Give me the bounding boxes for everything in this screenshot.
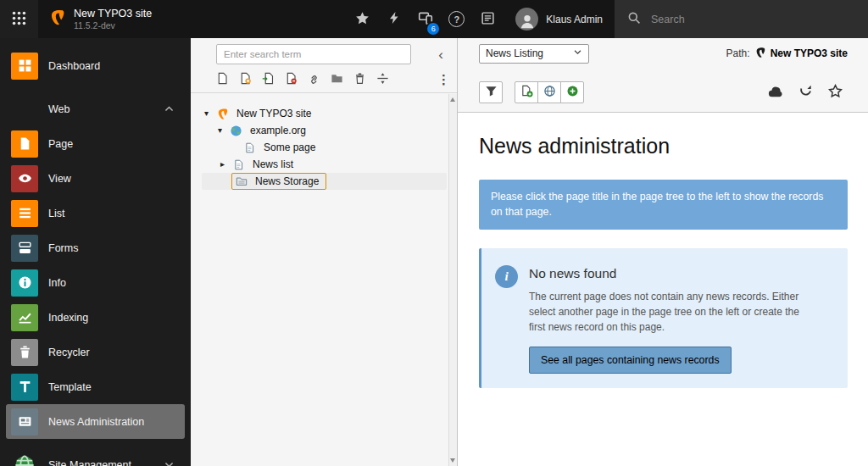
opened-documents-button[interactable]: 6 (409, 0, 441, 38)
selected-node-box[interactable]: News Storage (231, 173, 326, 190)
avatar (515, 8, 538, 31)
breadcrumb: Path: New TYPO3 site (726, 47, 848, 61)
scroll-down-icon[interactable] (450, 458, 455, 463)
info-message-box: Please click the page title in the page … (479, 180, 848, 230)
page-tree: ▾ New TYPO3 site ▾ example.org Some page… (191, 93, 457, 190)
view-mode-select[interactable]: News Listing (479, 44, 589, 64)
chevron-down-icon (164, 459, 180, 466)
page-icon (242, 141, 256, 154)
news-administration-module: News Listing Path: New TYPO3 site (458, 38, 868, 466)
page-module-icon (11, 130, 38, 158)
info-module-icon (11, 269, 38, 297)
bolt-icon (387, 11, 401, 27)
collapse-panel-button[interactable]: ‹ (431, 47, 450, 62)
sidebar-item-label: View (48, 173, 71, 185)
create-buttons-group (515, 81, 584, 103)
tree-node-some-page[interactable]: Some page (191, 139, 457, 156)
collapse-levels-button[interactable] (376, 72, 389, 87)
sidebar-item-recycler[interactable]: Recycler (6, 335, 185, 369)
tree-more-options-button[interactable]: ⋮ (437, 72, 450, 87)
indexing-module-icon (11, 304, 38, 331)
bookmark-button[interactable] (822, 81, 848, 103)
page-icon (231, 158, 245, 171)
tree-node-label[interactable]: News Storage (252, 175, 322, 188)
chevron-down-icon (573, 47, 582, 59)
new-page-alt-button[interactable] (239, 72, 252, 87)
list-module-icon (11, 200, 38, 227)
caret-down-icon[interactable]: ▾ (204, 109, 215, 118)
scroll-up-icon[interactable] (450, 97, 455, 102)
folder-icon (331, 72, 343, 87)
sidebar-item-info[interactable]: Info (6, 265, 185, 300)
reload-button[interactable] (793, 81, 818, 103)
search-input[interactable] (649, 13, 831, 26)
new-page-icon (216, 72, 229, 87)
clear-cache-page-button[interactable] (763, 81, 788, 103)
sidebar-item-template[interactable]: Template (6, 369, 185, 404)
sidebar-item-indexing[interactable]: Indexing (6, 300, 185, 335)
sidebar-section-label: Web (48, 103, 70, 115)
user-menu-button[interactable]: Klaus Admin (504, 0, 615, 38)
new-record-button[interactable] (515, 81, 538, 103)
no-news-callout: i No news found The current page does no… (479, 248, 848, 388)
topbar-spacer (162, 0, 347, 38)
folder-icon (235, 175, 248, 188)
folder-button[interactable] (331, 72, 343, 87)
tree-node-label[interactable]: Some page (260, 141, 319, 154)
page-tree-panel: ‹ (191, 38, 458, 466)
link-button[interactable] (308, 72, 320, 87)
tree-search-input[interactable] (216, 44, 411, 64)
tree-scrollbar[interactable] (448, 94, 457, 466)
new-page-button[interactable] (216, 72, 229, 87)
tree-node-news-list[interactable]: ▸ News list (191, 156, 457, 173)
tree-node-root[interactable]: ▾ New TYPO3 site (191, 105, 457, 122)
callout-text: The current page does not contain any ne… (529, 289, 810, 335)
tree-node-label[interactable]: example.org (247, 124, 309, 137)
modulemenu-toggle-button[interactable] (0, 0, 38, 38)
tree-node-news-storage[interactable]: News Storage (202, 173, 447, 190)
typo3-logo-icon (215, 107, 229, 120)
forms-module-icon (11, 235, 38, 262)
tree-node-label[interactable]: News list (249, 158, 297, 171)
more-options-icon: ⋮ (437, 72, 450, 87)
sidebar-item-view[interactable]: View (6, 161, 185, 196)
paste-page-button[interactable] (262, 72, 275, 87)
caret-down-icon[interactable]: ▾ (218, 126, 229, 135)
bookmark-star-icon (828, 84, 843, 101)
sidebar-item-dashboard[interactable]: Dashboard (6, 48, 185, 83)
log-icon (481, 11, 495, 28)
sidebar-item-label: Template (48, 381, 92, 393)
sidebar-item-news-administration[interactable]: News Administration (6, 404, 185, 439)
info-icon: i (495, 265, 518, 288)
new-record-icon (520, 85, 533, 100)
trash-button[interactable] (353, 72, 366, 87)
collapse-levels-icon (376, 72, 389, 87)
see-all-pages-button[interactable]: See all pages containing news records (529, 347, 732, 374)
sidebar-section-site-management[interactable]: Site Management (6, 447, 185, 466)
clear-cache-button[interactable] (378, 0, 409, 38)
tree-node-label[interactable]: New TYPO3 site (233, 107, 314, 120)
filter-button[interactable] (479, 81, 503, 103)
sidebar-item-label: Recycler (48, 347, 90, 358)
paste-page-icon (262, 72, 275, 87)
translation-button[interactable] (537, 81, 561, 103)
add-button[interactable] (560, 81, 584, 103)
delete-page-button[interactable] (285, 72, 298, 87)
new-page-alt-icon (239, 72, 252, 87)
help-button[interactable]: ? (441, 0, 472, 38)
system-information-button[interactable] (472, 0, 504, 38)
caret-right-icon[interactable]: ▸ (220, 160, 231, 169)
sidebar-item-page[interactable]: Page (6, 126, 185, 161)
sidebar-item-label: News Administration (48, 416, 144, 428)
sidebar-item-forms[interactable]: Forms (6, 230, 185, 265)
sidebar-section-label: Site Management (48, 459, 131, 466)
sidebar-item-list[interactable]: List (6, 196, 185, 230)
bookmarks-button[interactable] (347, 0, 378, 38)
sidebar-item-label: Info (48, 277, 66, 289)
callout-title: No news found (529, 266, 810, 281)
dashboard-icon (11, 53, 38, 80)
sidebar-section-web[interactable]: Web (6, 92, 185, 126)
site-brand[interactable]: New TYPO3 site 11.5.2-dev (38, 0, 162, 38)
tree-node-site[interactable]: ▾ example.org (191, 122, 457, 139)
view-mode-value: News Listing (486, 47, 543, 59)
